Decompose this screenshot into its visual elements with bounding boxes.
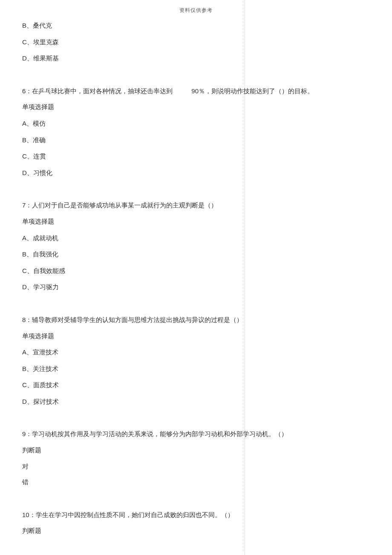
q8-option-c: C、面质技术 xyxy=(22,382,370,388)
q5-option-c: C、埃里克森 xyxy=(22,39,370,46)
q8-option-d: D、探讨技术 xyxy=(22,398,370,405)
q10-stem: 10：学生在学习中因控制点性质不同，她们对自己成败的归因也不同。（） xyxy=(22,512,370,518)
q6-option-b: B、准确 xyxy=(22,137,370,144)
page: 资料仅供参考 B、桑代克 C、埃里克森 D、维果斯基 6：在乒乓球比赛中，面对各… xyxy=(0,0,392,555)
q7-option-a: A、成就动机 xyxy=(22,235,370,242)
q6-option-c: C、连贯 xyxy=(22,153,370,160)
q7-option-d: D、学习驱力 xyxy=(22,284,370,290)
q7-stem: 7：人们对于自己是否能够成功地从事某一成就行为的主观判断是（） xyxy=(22,202,370,209)
q6-stem: 6：在乒乓球比赛中，面对各种情况，抽球还击率达到90％，则说明动作技能达到了（）… xyxy=(22,88,370,95)
q6-type: 单项选择题 xyxy=(22,104,370,110)
q10-type: 判断题 xyxy=(22,528,370,534)
q7-type: 单项选择题 xyxy=(22,219,370,225)
q9-type: 判断题 xyxy=(22,447,370,454)
q9-true: 对 xyxy=(22,463,370,470)
q8-option-b: B、关注技术 xyxy=(22,365,370,372)
q5-option-d: D、维果斯基 xyxy=(22,55,370,62)
q9-false: 错 xyxy=(22,479,370,486)
q9-stem: 9：学习动机按其作用及与学习活动的关系来说，能够分为内部学习动机和外部学习动机。… xyxy=(22,431,370,437)
content-area: B、桑代克 C、埃里克森 D、维果斯基 6：在乒乓球比赛中，面对各种情况，抽球还… xyxy=(22,22,370,534)
q5-option-b: B、桑代克 xyxy=(22,22,370,29)
page-header: 资料仅供参考 xyxy=(0,7,392,14)
q8-stem: 8：辅导教师对受辅导学生的认知方面与思维方法提出挑战与异议的过程是（） xyxy=(22,316,370,323)
q7-option-c: C、自我效能感 xyxy=(22,267,370,274)
q8-option-a: A、宣泄技术 xyxy=(22,349,370,356)
q7-option-b: B、自我强化 xyxy=(22,251,370,258)
q6-option-d: D、习惯化 xyxy=(22,170,370,176)
q6-option-a: A、模仿 xyxy=(22,120,370,127)
q8-type: 单项选择题 xyxy=(22,333,370,339)
